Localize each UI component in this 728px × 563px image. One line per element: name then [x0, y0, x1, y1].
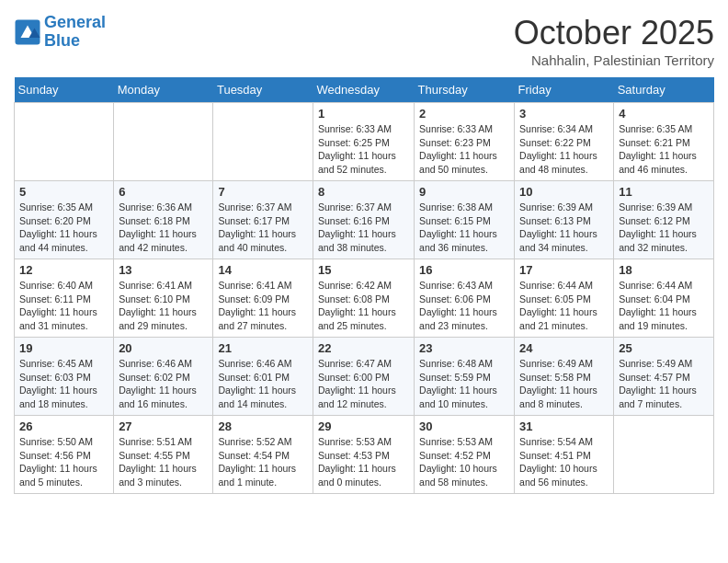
day-info: Sunrise: 6:40 AM Sunset: 6:11 PM Dayligh…	[19, 279, 108, 333]
calendar-cell	[114, 103, 213, 181]
calendar-cell: 31Sunrise: 5:54 AM Sunset: 4:51 PM Dayli…	[515, 416, 614, 494]
calendar-cell: 30Sunrise: 5:53 AM Sunset: 4:52 PM Dayli…	[415, 416, 515, 494]
day-number: 14	[218, 263, 308, 277]
day-info: Sunrise: 6:41 AM Sunset: 6:10 PM Dayligh…	[119, 279, 208, 333]
day-info: Sunrise: 6:41 AM Sunset: 6:09 PM Dayligh…	[218, 279, 308, 333]
calendar-cell: 27Sunrise: 5:51 AM Sunset: 4:55 PM Dayli…	[114, 416, 213, 494]
col-header-saturday: Saturday	[614, 77, 714, 103]
calendar-cell: 10Sunrise: 6:39 AM Sunset: 6:13 PM Dayli…	[515, 181, 614, 259]
day-number: 29	[318, 419, 409, 433]
day-number: 19	[19, 341, 108, 355]
day-info: Sunrise: 6:43 AM Sunset: 6:06 PM Dayligh…	[419, 279, 509, 333]
day-number: 25	[619, 341, 709, 355]
calendar-cell: 4Sunrise: 6:35 AM Sunset: 6:21 PM Daylig…	[614, 103, 714, 181]
day-number: 10	[519, 185, 609, 199]
day-info: Sunrise: 6:35 AM Sunset: 6:21 PM Dayligh…	[619, 122, 709, 177]
calendar-cell	[614, 416, 714, 494]
day-number: 8	[318, 185, 409, 199]
calendar-cell: 11Sunrise: 6:39 AM Sunset: 6:12 PM Dayli…	[614, 181, 714, 259]
calendar-cell	[213, 103, 313, 181]
day-info: Sunrise: 5:51 AM Sunset: 4:55 PM Dayligh…	[119, 435, 208, 489]
calendar-cell: 20Sunrise: 6:46 AM Sunset: 6:02 PM Dayli…	[114, 338, 213, 416]
day-info: Sunrise: 6:47 AM Sunset: 6:00 PM Dayligh…	[318, 357, 409, 411]
day-number: 18	[619, 263, 709, 277]
day-number: 20	[119, 341, 208, 355]
day-number: 15	[318, 263, 409, 277]
calendar-cell: 9Sunrise: 6:38 AM Sunset: 6:15 PM Daylig…	[415, 181, 515, 259]
page-header: General Blue October 2025 Nahhalin, Pale…	[14, 14, 714, 68]
col-header-tuesday: Tuesday	[213, 77, 313, 103]
day-number: 17	[519, 263, 609, 277]
day-number: 4	[619, 107, 709, 121]
day-info: Sunrise: 6:33 AM Sunset: 6:23 PM Dayligh…	[419, 122, 509, 177]
calendar-cell: 22Sunrise: 6:47 AM Sunset: 6:00 PM Dayli…	[313, 338, 415, 416]
calendar-cell: 13Sunrise: 6:41 AM Sunset: 6:10 PM Dayli…	[114, 259, 213, 338]
day-info: Sunrise: 6:44 AM Sunset: 6:04 PM Dayligh…	[619, 279, 709, 333]
header-row: SundayMondayTuesdayWednesdayThursdayFrid…	[15, 77, 714, 103]
calendar-cell: 1Sunrise: 6:33 AM Sunset: 6:25 PM Daylig…	[313, 103, 415, 181]
day-number: 11	[619, 185, 709, 199]
day-number: 7	[218, 185, 308, 199]
day-number: 27	[119, 419, 208, 433]
day-info: Sunrise: 6:37 AM Sunset: 6:16 PM Dayligh…	[318, 201, 409, 255]
day-info: Sunrise: 6:39 AM Sunset: 6:13 PM Dayligh…	[519, 201, 609, 255]
day-info: Sunrise: 6:45 AM Sunset: 6:03 PM Dayligh…	[19, 357, 108, 411]
week-row-1: 1Sunrise: 6:33 AM Sunset: 6:25 PM Daylig…	[15, 103, 714, 181]
calendar-cell: 21Sunrise: 6:46 AM Sunset: 6:01 PM Dayli…	[213, 338, 313, 416]
day-info: Sunrise: 5:50 AM Sunset: 4:56 PM Dayligh…	[19, 435, 108, 489]
day-info: Sunrise: 6:49 AM Sunset: 5:58 PM Dayligh…	[519, 357, 609, 411]
month-title: October 2025	[514, 14, 714, 52]
calendar-cell: 5Sunrise: 6:35 AM Sunset: 6:20 PM Daylig…	[15, 181, 114, 259]
calendar-cell: 16Sunrise: 6:43 AM Sunset: 6:06 PM Dayli…	[415, 259, 515, 338]
day-info: Sunrise: 6:37 AM Sunset: 6:17 PM Dayligh…	[218, 201, 308, 255]
day-info: Sunrise: 6:38 AM Sunset: 6:15 PM Dayligh…	[419, 201, 509, 255]
calendar-cell	[15, 103, 114, 181]
day-number: 22	[318, 341, 409, 355]
day-info: Sunrise: 6:42 AM Sunset: 6:08 PM Dayligh…	[318, 279, 409, 333]
day-info: Sunrise: 6:39 AM Sunset: 6:12 PM Dayligh…	[619, 201, 709, 255]
day-number: 24	[519, 341, 609, 355]
logo: General Blue	[14, 14, 106, 51]
col-header-sunday: Sunday	[15, 77, 114, 103]
logo-text: General Blue	[44, 14, 106, 51]
day-info: Sunrise: 6:48 AM Sunset: 5:59 PM Dayligh…	[419, 357, 509, 411]
calendar-cell: 28Sunrise: 5:52 AM Sunset: 4:54 PM Dayli…	[213, 416, 313, 494]
logo-line1: General	[44, 13, 106, 31]
week-row-5: 26Sunrise: 5:50 AM Sunset: 4:56 PM Dayli…	[15, 416, 714, 494]
col-header-monday: Monday	[114, 77, 213, 103]
calendar-cell: 14Sunrise: 6:41 AM Sunset: 6:09 PM Dayli…	[213, 259, 313, 338]
day-number: 16	[419, 263, 509, 277]
day-info: Sunrise: 6:36 AM Sunset: 6:18 PM Dayligh…	[119, 201, 208, 255]
day-info: Sunrise: 5:52 AM Sunset: 4:54 PM Dayligh…	[218, 435, 308, 489]
calendar-cell: 2Sunrise: 6:33 AM Sunset: 6:23 PM Daylig…	[415, 103, 515, 181]
location-subtitle: Nahhalin, Palestinian Territory	[514, 52, 714, 68]
col-header-friday: Friday	[515, 77, 614, 103]
col-header-thursday: Thursday	[415, 77, 515, 103]
calendar-cell: 7Sunrise: 6:37 AM Sunset: 6:17 PM Daylig…	[213, 181, 313, 259]
day-number: 5	[19, 185, 108, 199]
week-row-4: 19Sunrise: 6:45 AM Sunset: 6:03 PM Dayli…	[15, 338, 714, 416]
day-number: 13	[119, 263, 208, 277]
day-number: 9	[419, 185, 509, 199]
calendar-cell: 6Sunrise: 6:36 AM Sunset: 6:18 PM Daylig…	[114, 181, 213, 259]
calendar-cell: 17Sunrise: 6:44 AM Sunset: 6:05 PM Dayli…	[515, 259, 614, 338]
title-block: October 2025 Nahhalin, Palestinian Terri…	[514, 14, 714, 68]
day-info: Sunrise: 5:53 AM Sunset: 4:52 PM Dayligh…	[419, 435, 509, 489]
calendar-cell: 23Sunrise: 6:48 AM Sunset: 5:59 PM Dayli…	[415, 338, 515, 416]
day-number: 21	[218, 341, 308, 355]
week-row-2: 5Sunrise: 6:35 AM Sunset: 6:20 PM Daylig…	[15, 181, 714, 259]
day-info: Sunrise: 5:53 AM Sunset: 4:53 PM Dayligh…	[318, 435, 409, 489]
day-number: 12	[19, 263, 108, 277]
day-info: Sunrise: 6:46 AM Sunset: 6:02 PM Dayligh…	[119, 357, 208, 411]
day-number: 30	[419, 419, 509, 433]
calendar-cell: 18Sunrise: 6:44 AM Sunset: 6:04 PM Dayli…	[614, 259, 714, 338]
calendar-cell: 8Sunrise: 6:37 AM Sunset: 6:16 PM Daylig…	[313, 181, 415, 259]
day-number: 23	[419, 341, 509, 355]
col-header-wednesday: Wednesday	[313, 77, 415, 103]
day-number: 31	[519, 419, 609, 433]
day-info: Sunrise: 6:44 AM Sunset: 6:05 PM Dayligh…	[519, 279, 609, 333]
logo-icon	[14, 18, 41, 46]
day-number: 3	[519, 107, 609, 121]
day-info: Sunrise: 6:35 AM Sunset: 6:20 PM Dayligh…	[19, 201, 108, 255]
calendar-cell: 3Sunrise: 6:34 AM Sunset: 6:22 PM Daylig…	[515, 103, 614, 181]
